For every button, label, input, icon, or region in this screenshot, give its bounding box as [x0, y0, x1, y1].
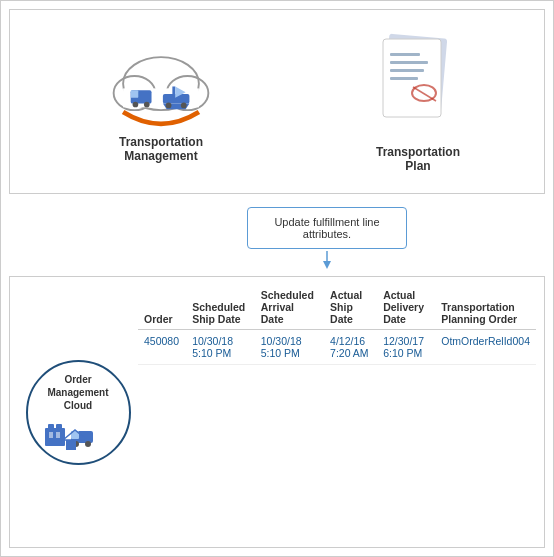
middle-section: Update fulfillment line attributes.	[1, 202, 553, 276]
cell-sad: 10/30/18 5:10 PM	[255, 330, 324, 365]
svg-rect-27	[49, 432, 53, 438]
svg-rect-5	[131, 90, 139, 98]
col-header-sad: Scheduled Arrival Date	[255, 285, 324, 330]
cell-tpo[interactable]: OtmOrderRelId004	[435, 330, 536, 365]
svg-point-12	[166, 102, 172, 108]
col-header-add: Actual Delivery Date	[377, 285, 435, 330]
svg-rect-19	[390, 77, 418, 80]
svg-rect-34	[66, 440, 76, 450]
omc-inner-icons	[43, 416, 113, 451]
omc-circle: Order Management Cloud	[26, 360, 131, 465]
omc-circle-area: Order Management Cloud	[18, 285, 138, 539]
svg-rect-28	[56, 432, 60, 438]
svg-point-13	[181, 102, 187, 108]
svg-point-7	[144, 101, 150, 107]
top-section: TransportationManagement TransportationP…	[9, 9, 545, 194]
tp-label: TransportationPlan	[376, 145, 460, 173]
svg-rect-26	[56, 424, 62, 430]
svg-point-6	[133, 101, 139, 107]
callout-arrow-icon	[319, 251, 335, 269]
tm-label: TransportationManagement	[119, 135, 203, 163]
callout-text: Update fulfillment line attributes.	[274, 216, 379, 240]
svg-rect-16	[390, 53, 420, 56]
col-header-asd: Actual Ship Date	[324, 285, 377, 330]
tp-icon-area: TransportationPlan	[353, 31, 483, 173]
omc-label: Order Management Cloud	[47, 373, 108, 412]
tm-icon-area: TransportationManagement	[71, 41, 251, 163]
col-header-tpo: Transportation Planning Order	[435, 285, 536, 330]
col-header-order: Order	[138, 285, 186, 330]
cloud-trucks-icon	[91, 41, 231, 131]
cell-add: 12/30/17 6:10 PM	[377, 330, 435, 365]
table-row: 450080 10/30/18 5:10 PM 10/30/18 5:10 PM…	[138, 330, 536, 365]
col-header-ssd: Scheduled Ship Date	[186, 285, 255, 330]
svg-point-32	[85, 441, 91, 447]
svg-rect-24	[45, 428, 65, 446]
svg-rect-10	[172, 86, 175, 95]
svg-rect-17	[390, 61, 428, 64]
table-area: Order Scheduled Ship Date Scheduled Arri…	[138, 285, 536, 539]
callout-box: Update fulfillment line attributes.	[247, 207, 407, 249]
fulfillment-table: Order Scheduled Ship Date Scheduled Arri…	[138, 285, 536, 365]
main-container: TransportationManagement TransportationP…	[1, 1, 553, 556]
cell-order[interactable]: 450080	[138, 330, 186, 365]
svg-rect-18	[390, 69, 424, 72]
bottom-section: Order Management Cloud	[9, 276, 545, 548]
svg-marker-23	[323, 261, 331, 269]
tp-doc-icon	[378, 31, 458, 141]
svg-rect-25	[48, 424, 54, 430]
cell-ssd: 10/30/18 5:10 PM	[186, 330, 255, 365]
bottom-content: Order Management Cloud	[10, 277, 544, 547]
cell-asd: 4/12/16 7:20 AM	[324, 330, 377, 365]
